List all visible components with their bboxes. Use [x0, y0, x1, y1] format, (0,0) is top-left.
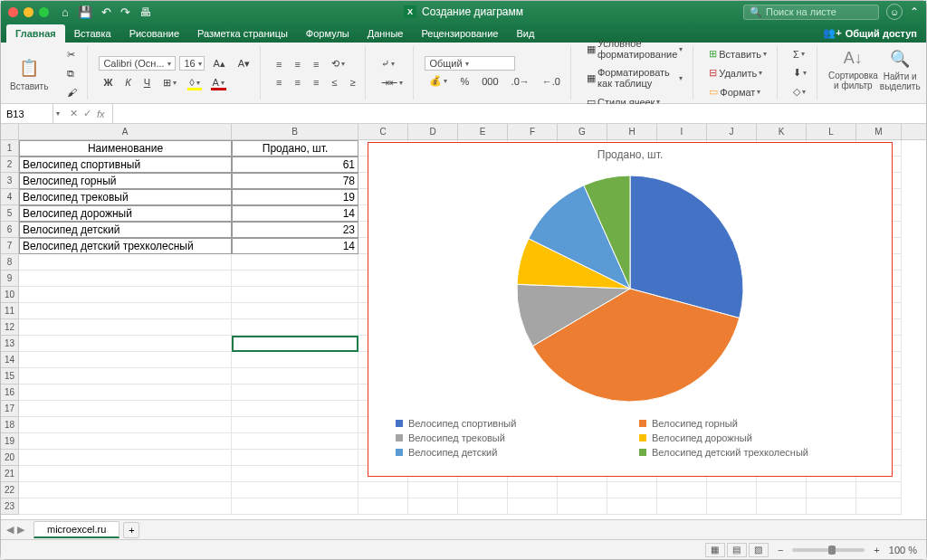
cell[interactable] [458, 498, 508, 515]
table-cell[interactable]: 78 [232, 173, 358, 189]
maximize-button[interactable] [39, 7, 49, 17]
minimize-button[interactable] [24, 7, 33, 17]
paste-button[interactable]: 📋 [14, 55, 43, 81]
table-cell[interactable]: Продано, шт. [232, 140, 358, 157]
close-button[interactable] [8, 7, 18, 17]
row-header-17[interactable]: 17 [1, 401, 18, 417]
cell[interactable] [232, 287, 358, 303]
sort-filter-button[interactable]: A↓ [839, 46, 867, 71]
cell[interactable] [408, 498, 458, 515]
col-header-A[interactable]: A [19, 124, 232, 139]
fill-color-button[interactable]: ◊▾ [185, 74, 204, 90]
row-header-13[interactable]: 13 [1, 336, 18, 352]
row-header-3[interactable]: 3 [1, 173, 18, 189]
row-header-11[interactable]: 11 [1, 303, 18, 319]
save-icon[interactable]: 💾 [78, 5, 92, 19]
cell[interactable] [232, 319, 358, 336]
cell[interactable] [19, 254, 232, 271]
cell[interactable] [807, 482, 856, 498]
col-header-G[interactable]: G [558, 124, 607, 139]
row-header-5[interactable]: 5 [1, 205, 18, 222]
zoom-in-button[interactable]: + [874, 545, 879, 555]
cell[interactable] [458, 482, 508, 498]
cell[interactable] [19, 433, 232, 450]
cell[interactable] [807, 498, 856, 515]
row-header-10[interactable]: 10 [1, 287, 18, 303]
user-icon[interactable]: ☺ [886, 4, 903, 20]
ribbon-toggle-icon[interactable]: ⌃ [910, 5, 919, 18]
percent-button[interactable]: % [455, 73, 473, 90]
cell[interactable] [232, 303, 358, 319]
tab-view[interactable]: Вид [507, 24, 543, 43]
print-icon[interactable]: 🖶 [139, 5, 151, 19]
col-header-K[interactable]: K [757, 124, 807, 139]
row-header-18[interactable]: 18 [1, 417, 18, 433]
row-header-16[interactable]: 16 [1, 384, 18, 401]
cell[interactable] [19, 287, 232, 303]
table-cell[interactable]: Велосипед детский трехколесный [19, 238, 232, 254]
col-header-L[interactable]: L [807, 124, 856, 139]
cell[interactable] [19, 401, 232, 417]
select-all-corner[interactable] [1, 124, 19, 140]
bold-button[interactable]: Ж [99, 74, 117, 90]
cell[interactable] [358, 498, 408, 515]
align-bottom-button[interactable]: ≡ [309, 56, 323, 72]
zoom-level[interactable]: 100 % [889, 545, 917, 555]
cell[interactable] [508, 498, 558, 515]
table-cell[interactable]: Велосипед детский [19, 222, 232, 238]
view-break-button[interactable]: ▧ [749, 543, 769, 557]
border-button[interactable]: ⊞▾ [158, 74, 181, 91]
font-name-select[interactable]: Calibri (Осн...▾ [99, 56, 176, 71]
tab-review[interactable]: Рецензирование [412, 24, 507, 43]
cell[interactable] [232, 417, 358, 433]
table-cell[interactable]: 14 [232, 205, 358, 222]
conditional-format-button[interactable]: ▦Условное форматирование▾ [582, 35, 687, 62]
table-cell[interactable]: Велосипед спортивный [19, 157, 232, 173]
name-box[interactable]: B13 [1, 104, 53, 123]
increase-indent-button[interactable]: ≥ [345, 74, 359, 90]
row-header-15[interactable]: 15 [1, 368, 18, 384]
title-search[interactable]: 🔍 Поиск на листе [743, 5, 879, 20]
redo-icon[interactable]: ↷ [120, 5, 130, 19]
zoom-slider[interactable] [792, 548, 865, 552]
cell[interactable] [757, 482, 807, 498]
cell[interactable] [19, 271, 232, 287]
delete-cells-button[interactable]: ⊟Удалить▾ [704, 64, 771, 81]
cancel-formula-icon[interactable]: ✕ [70, 108, 78, 119]
currency-button[interactable]: 💰▾ [425, 72, 452, 90]
orientation-button[interactable]: ⟲▾ [327, 55, 349, 72]
cell[interactable] [856, 482, 902, 498]
cell[interactable] [19, 336, 232, 352]
cell[interactable] [707, 482, 757, 498]
row-header-8[interactable]: 8 [1, 254, 18, 271]
cell[interactable] [19, 352, 232, 368]
align-right-button[interactable]: ≡ [309, 74, 323, 90]
cell[interactable] [232, 433, 358, 450]
row-header-19[interactable]: 19 [1, 433, 18, 450]
table-cell[interactable]: 61 [232, 157, 358, 173]
zoom-out-button[interactable]: − [778, 545, 783, 555]
row-header-6[interactable]: 6 [1, 222, 18, 238]
font-color-button[interactable]: A▾ [208, 74, 229, 90]
chart-object[interactable]: Продано, шт.Велосипед спортивныйВелосипе… [368, 142, 893, 477]
cell[interactable] [232, 254, 358, 271]
tab-draw[interactable]: Рисование [120, 24, 188, 43]
add-sheet-button[interactable]: + [123, 522, 139, 538]
row-header-7[interactable]: 7 [1, 238, 18, 254]
row-header-14[interactable]: 14 [1, 352, 18, 368]
tab-home[interactable]: Главная [6, 24, 65, 43]
copy-button[interactable]: ⧉ [62, 65, 81, 82]
cell[interactable] [232, 271, 358, 287]
col-header-C[interactable]: C [358, 124, 408, 139]
cell[interactable] [232, 498, 358, 515]
decrease-indent-button[interactable]: ≤ [327, 74, 341, 90]
col-header-I[interactable]: I [657, 124, 707, 139]
table-cell[interactable]: Велосипед дорожный [19, 205, 232, 222]
decrease-font-button[interactable]: A▾ [234, 55, 254, 72]
sheet-tab-active[interactable]: microexcel.ru [33, 521, 119, 538]
cell[interactable] [19, 319, 232, 336]
cell[interactable] [232, 368, 358, 384]
col-header-B[interactable]: B [232, 124, 358, 139]
row-header-21[interactable]: 21 [1, 466, 18, 482]
number-format-select[interactable]: Общий▾ [425, 56, 515, 71]
